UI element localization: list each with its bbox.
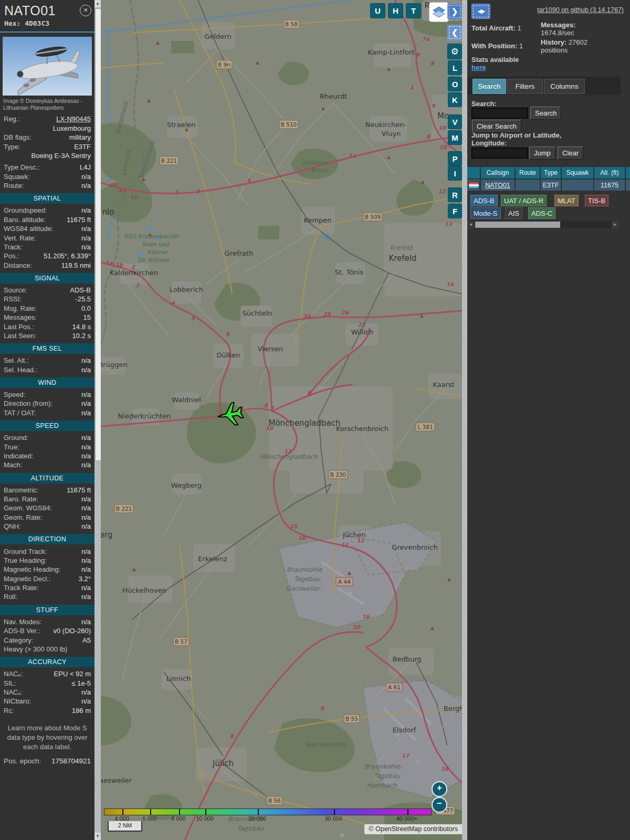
map-button-i[interactable]: I (448, 166, 462, 181)
data-row: Baro. Rate:n/a (0, 495, 94, 503)
filter-modes[interactable]: Mode-S (470, 207, 501, 219)
osm-link[interactable]: OpenStreetMap (375, 825, 422, 833)
tab-bar: Search Filters Columns (467, 77, 621, 95)
scroll-left-icon[interactable]: ◄ (467, 221, 474, 228)
svg-text:L 381: L 381 (417, 424, 433, 430)
map-button-o[interactable]: O (448, 77, 462, 91)
zoom-in-button[interactable]: + (432, 781, 447, 797)
field-value: n/a (81, 443, 91, 451)
prev-aircraft-button[interactable]: ❮ (447, 25, 462, 40)
scroll-right-icon[interactable]: ► (612, 221, 618, 228)
search-button[interactable]: Search (530, 107, 561, 120)
data-row: Route:n/a (0, 181, 94, 190)
legend-tick-label: 40 000+ (396, 815, 417, 822)
map-button-m[interactable]: M (448, 130, 462, 145)
filter-tisb[interactable]: TIS-B (585, 195, 608, 206)
svg-text:11: 11 (341, 542, 349, 548)
filter-ais[interactable]: AIS (505, 207, 522, 219)
jump-button[interactable]: Jump (529, 146, 555, 160)
jump-input[interactable] (471, 148, 528, 159)
table-row-squawk[interactable] (562, 180, 593, 191)
field-value: ≤ 1e-5 (71, 679, 91, 687)
search-input[interactable] (471, 108, 528, 119)
panel-divider-scrollbar[interactable] (462, 0, 467, 840)
aircraft-detail-panel: NATO01 Hex: 4D03C3 ✕ Image © Dominy (0, 0, 94, 840)
field-label: Vert. Rate: (4, 234, 36, 242)
map-button-t[interactable]: T (406, 3, 421, 18)
svg-text:Tagebau: Tagebau (374, 772, 401, 780)
scroll-up-icon[interactable]: ▲ (94, 0, 101, 7)
svg-text:5: 5 (191, 316, 195, 321)
clear-button[interactable]: Clear (558, 146, 583, 160)
svg-text:Jüchen: Jüchen (342, 531, 366, 539)
svg-text:11: 11 (349, 153, 356, 159)
col-spd[interactable]: Spd. (626, 167, 630, 178)
aircraft-list-panel: ◀▶ tar1090 on github (3.14.1767) Total A… (467, 0, 630, 840)
svg-text:1b: 1b (116, 262, 123, 268)
filter-adsc[interactable]: ADS-C (528, 207, 555, 219)
map-button-u[interactable]: U (370, 3, 385, 18)
settings-gear-button[interactable]: ⚙ (447, 44, 462, 59)
table-row-spd[interactable] (626, 180, 630, 191)
svg-text:B 55: B 55 (345, 716, 358, 722)
svg-text:▲: ▲ (421, 179, 425, 184)
map-button-p[interactable]: P (448, 151, 462, 166)
map-button-l[interactable]: L (448, 60, 462, 75)
filter-uat-adsr[interactable]: UAT / ADS-R (501, 195, 547, 206)
flag-cell[interactable] (467, 180, 480, 191)
messages-rate: Messages:1674.8/sec (541, 21, 575, 37)
registration-link[interactable]: LX-N90445 (56, 115, 91, 123)
col-type[interactable]: Type (541, 167, 561, 178)
table-row-route[interactable] (516, 180, 540, 191)
map-button-f[interactable]: F (448, 204, 462, 218)
svg-text:A 61: A 61 (388, 684, 401, 690)
tab-filters[interactable]: Filters (507, 79, 543, 94)
table-row-type[interactable]: E3TF (541, 180, 561, 191)
field-label: Geom. Rate: (4, 513, 43, 521)
svg-text:Mönchengladbach: Mönchengladbach (260, 453, 318, 460)
col-callsign[interactable]: Callsign (481, 167, 514, 178)
field-label: Groundspeed: (4, 206, 47, 214)
hscrollbar-thumb[interactable] (475, 222, 560, 228)
map-button-k[interactable]: K (448, 92, 462, 107)
collapse-panel-button[interactable]: ◀▶ (471, 4, 490, 19)
close-icon[interactable]: ✕ (80, 5, 91, 16)
svg-text:18: 18 (441, 766, 449, 772)
map-button-v[interactable]: V (448, 114, 462, 129)
zoom-out-button[interactable]: − (432, 797, 447, 813)
filter-mlat[interactable]: MLAT (554, 195, 579, 206)
data-row: Category:A5 (0, 635, 94, 644)
layer-switcher-button[interactable] (429, 2, 449, 22)
field-value: n/a (81, 225, 91, 233)
data-row: Vert. Rate:n/a (0, 233, 94, 242)
svg-text:1a: 1a (106, 260, 113, 266)
filter-adsb[interactable]: ADS-B (470, 195, 498, 206)
table-row-alt[interactable]: 11675 (594, 180, 625, 191)
data-row: Luxembourg (0, 124, 94, 133)
map-button-h[interactable]: H (388, 3, 403, 18)
map-button-r[interactable]: R (448, 187, 462, 202)
tab-columns[interactable]: Columns (544, 79, 585, 94)
map-canvas[interactable]: ▲▲▲▲ ▲▲▲▲ ▲▲▲▲ ▲▲▲ ⚒⚒⚒ ⚒⚒⚒ 77a 88 19 108… (101, 0, 462, 840)
data-row: RSSI:-25.5 (0, 295, 94, 303)
next-aircraft-button[interactable]: ❯ (447, 4, 462, 19)
scroll-down-icon[interactable]: ▼ (94, 833, 101, 840)
left-panel-scrollbar[interactable]: ▲ ▼ (94, 0, 101, 840)
data-row: Magnetic Heading:n/a (0, 565, 94, 574)
col-route[interactable]: Route (516, 167, 540, 178)
field-value: n/a (81, 452, 91, 460)
col-flag[interactable] (467, 167, 480, 178)
col-squawk[interactable]: Squawk (562, 167, 593, 178)
col-alt[interactable]: Alt. (ft) (594, 167, 625, 178)
svg-text:Willich: Willich (351, 328, 373, 336)
field-label: Messages: (4, 313, 37, 321)
field-value: 11675 ft (67, 216, 91, 224)
svg-text:Grevenbroich: Grevenbroich (392, 543, 437, 551)
table-horizontal-scrollbar[interactable]: ◄ ► (467, 221, 618, 228)
tab-search[interactable]: Search (472, 79, 506, 94)
stats-here-link[interactable]: here (471, 64, 486, 71)
field-value: v0 (DO-260) (53, 627, 91, 635)
svg-text:Süchteln: Süchteln (243, 309, 272, 317)
table-row-callsign[interactable]: NATO01 (481, 180, 514, 191)
github-link[interactable]: tar1090 on github (3.14.1767) (537, 6, 624, 14)
